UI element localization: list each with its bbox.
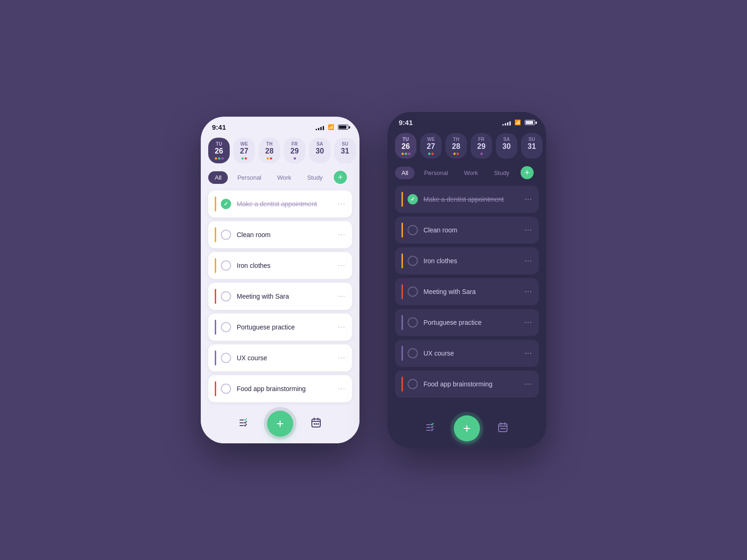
task-accent-portuguese-light bbox=[215, 320, 216, 335]
date-pill-fr-light[interactable]: Fr 29 bbox=[284, 138, 305, 163]
task-item-portuguese-dark[interactable]: Portuguese practice ··· bbox=[395, 309, 539, 336]
task-checkbox-meeting-dark[interactable] bbox=[408, 287, 418, 297]
task-label-ironclothes-dark: Iron clothes bbox=[423, 257, 521, 265]
task-item-cleanroom-light[interactable]: Clean room ··· bbox=[208, 221, 352, 248]
task-item-dentist-light[interactable]: Make a dentist appointment ··· bbox=[208, 190, 352, 217]
svg-rect-9 bbox=[317, 423, 319, 425]
task-accent-food-dark bbox=[402, 377, 403, 392]
svg-rect-18 bbox=[502, 428, 504, 429]
task-label-dentist-dark: Make a dentist appointment bbox=[423, 196, 521, 203]
date-pill-su-light[interactable]: Su 31 bbox=[334, 138, 356, 163]
task-menu-ironclothes-dark[interactable]: ··· bbox=[525, 257, 532, 265]
svg-rect-19 bbox=[504, 428, 506, 429]
date-pill-su-dark[interactable]: Su 31 bbox=[521, 133, 543, 159]
task-checkbox-cleanroom-light[interactable] bbox=[221, 230, 231, 240]
task-item-portuguese-light[interactable]: Portuguese practice ··· bbox=[208, 314, 352, 341]
fab-plus-icon-light: + bbox=[276, 417, 284, 430]
task-menu-ironclothes-light[interactable]: ··· bbox=[338, 261, 345, 270]
task-menu-portuguese-light[interactable]: ··· bbox=[338, 323, 345, 331]
task-checkbox-dentist-dark[interactable] bbox=[408, 194, 418, 204]
nav-calendar-icon-light[interactable] bbox=[307, 413, 325, 434]
task-item-meeting-dark[interactable]: Meeting with Sara ··· bbox=[395, 278, 539, 305]
filter-work-light[interactable]: Work bbox=[271, 171, 298, 184]
task-menu-cleanroom-dark[interactable]: ··· bbox=[525, 226, 532, 234]
task-menu-food-dark[interactable]: ··· bbox=[525, 380, 532, 388]
task-menu-meeting-light[interactable]: ··· bbox=[338, 292, 345, 301]
date-strip-dark: Tu 26 We 27 Th 28 bbox=[388, 129, 546, 163]
filter-study-light[interactable]: Study bbox=[301, 171, 329, 184]
task-item-ux-dark[interactable]: UX course ··· bbox=[395, 340, 539, 367]
date-pill-we-light[interactable]: We 27 bbox=[233, 138, 255, 163]
filter-personal-light[interactable]: Personal bbox=[231, 171, 268, 184]
task-checkbox-cleanroom-dark[interactable] bbox=[408, 225, 418, 235]
task-checkbox-ux-light[interactable] bbox=[221, 353, 231, 363]
date-pill-fr-dark[interactable]: Fr 29 bbox=[471, 133, 492, 159]
calendar-icon-dark bbox=[497, 422, 508, 433]
task-accent-ux-dark bbox=[402, 346, 403, 361]
filter-work-dark[interactable]: Work bbox=[458, 167, 485, 179]
filter-study-dark[interactable]: Study bbox=[487, 167, 516, 179]
task-menu-food-light[interactable]: ··· bbox=[338, 385, 345, 393]
task-label-cleanroom-dark: Clean room bbox=[423, 226, 521, 234]
filter-all-dark[interactable]: All bbox=[395, 167, 415, 179]
nav-list-icon-light[interactable] bbox=[235, 413, 254, 434]
wifi-icon-light: 📶 bbox=[328, 124, 334, 130]
task-menu-dentist-light[interactable]: ··· bbox=[338, 200, 345, 208]
nav-calendar-icon-dark[interactable] bbox=[493, 418, 512, 439]
task-checkbox-portuguese-light[interactable] bbox=[221, 322, 231, 332]
task-checkbox-food-dark[interactable] bbox=[408, 379, 418, 389]
task-checkbox-meeting-light[interactable] bbox=[221, 291, 231, 301]
fab-plus-icon-dark: + bbox=[463, 422, 471, 435]
date-pill-th-dark[interactable]: Th 28 bbox=[445, 133, 467, 159]
task-item-ironclothes-light[interactable]: Iron clothes ··· bbox=[208, 252, 352, 279]
status-time-light: 9:41 bbox=[212, 123, 226, 131]
date-pill-we-dark[interactable]: We 27 bbox=[420, 133, 442, 159]
task-label-ux-dark: UX course bbox=[423, 350, 521, 357]
task-menu-dentist-dark[interactable]: ··· bbox=[525, 195, 532, 203]
nav-list-icon-dark[interactable] bbox=[422, 418, 440, 439]
date-pill-tu-light[interactable]: Tu 26 bbox=[208, 138, 230, 163]
filter-personal-dark[interactable]: Personal bbox=[417, 167, 454, 179]
task-item-dentist-dark[interactable]: Make a dentist appointment ··· bbox=[395, 186, 539, 213]
fab-button-dark[interactable]: + bbox=[454, 415, 480, 441]
task-menu-ux-light[interactable]: ··· bbox=[338, 354, 345, 362]
date-pill-sa-light[interactable]: Sa 30 bbox=[309, 138, 331, 163]
task-menu-meeting-dark[interactable]: ··· bbox=[525, 287, 532, 296]
fab-button-light[interactable]: + bbox=[267, 411, 293, 437]
svg-rect-7 bbox=[314, 423, 315, 425]
task-checkbox-ironclothes-dark[interactable] bbox=[408, 256, 418, 266]
filter-add-button-light[interactable]: + bbox=[334, 171, 347, 184]
task-label-meeting-dark: Meeting with Sara bbox=[423, 288, 521, 295]
task-label-ux-light: UX course bbox=[237, 354, 334, 362]
svg-rect-17 bbox=[500, 428, 502, 429]
task-item-meeting-light[interactable]: Meeting with Sara ··· bbox=[208, 283, 352, 310]
task-label-dentist-light: Make a dentist appointment bbox=[237, 200, 334, 208]
task-accent-cleanroom-light bbox=[215, 227, 216, 242]
task-menu-ux-dark[interactable]: ··· bbox=[525, 349, 532, 357]
task-item-food-dark[interactable]: Food app brainstorming ··· bbox=[395, 371, 539, 398]
task-checkbox-ironclothes-light[interactable] bbox=[221, 260, 231, 271]
task-accent-ironclothes-dark bbox=[402, 253, 403, 268]
task-item-cleanroom-dark[interactable]: Clean room ··· bbox=[395, 217, 539, 244]
checklist-icon-dark bbox=[425, 422, 437, 433]
task-item-food-light[interactable]: Food app brainstorming ··· bbox=[208, 375, 352, 402]
task-checkbox-portuguese-dark[interactable] bbox=[408, 317, 418, 328]
task-label-food-light: Food app brainstorming bbox=[237, 385, 334, 392]
task-menu-cleanroom-light[interactable]: ··· bbox=[338, 231, 345, 239]
task-checkbox-ux-dark[interactable] bbox=[408, 348, 418, 358]
task-item-ironclothes-dark[interactable]: Iron clothes ··· bbox=[395, 247, 539, 274]
task-checkbox-food-light[interactable] bbox=[221, 384, 231, 394]
filter-add-button-dark[interactable]: + bbox=[521, 166, 534, 179]
date-pill-sa-dark[interactable]: Sa 30 bbox=[496, 133, 517, 159]
filter-all-light[interactable]: All bbox=[208, 171, 228, 184]
date-pill-th-light[interactable]: Th 28 bbox=[259, 138, 280, 163]
task-label-portuguese-light: Portuguese practice bbox=[237, 323, 334, 331]
task-checkbox-dentist-light[interactable] bbox=[221, 199, 231, 209]
checklist-icon-light bbox=[239, 417, 250, 428]
filter-tabs-light: All Personal Work Study + bbox=[201, 168, 359, 189]
wifi-icon-dark: 📶 bbox=[514, 119, 521, 126]
battery-icon-light bbox=[338, 125, 348, 130]
date-pill-tu-dark[interactable]: Tu 26 bbox=[395, 133, 416, 159]
task-item-ux-light[interactable]: UX course ··· bbox=[208, 344, 352, 371]
task-menu-portuguese-dark[interactable]: ··· bbox=[525, 318, 532, 327]
